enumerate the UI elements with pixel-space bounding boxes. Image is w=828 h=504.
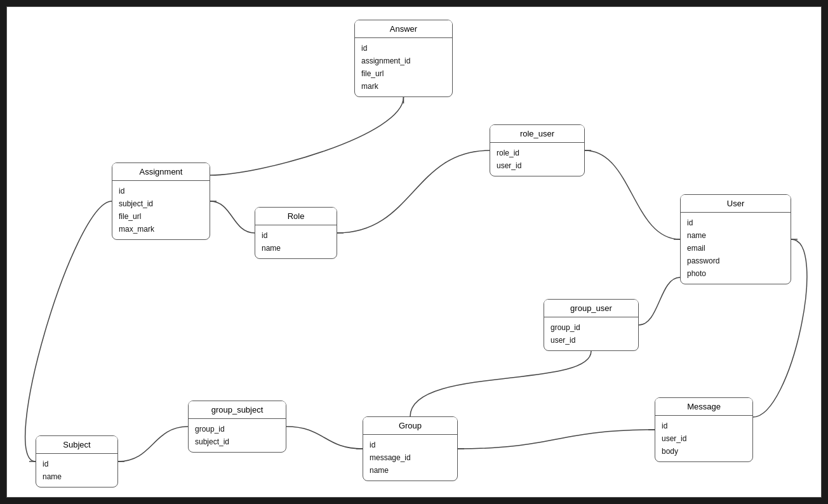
table-body-assignment: idsubject_idfile_urlmax_mark — [112, 181, 210, 239]
table-role_user: role_userrole_iduser_id — [490, 124, 585, 176]
table-body-role: idname — [255, 225, 337, 258]
table-group_user: group_usergroup_iduser_id — [544, 299, 639, 351]
table-body-role_user: role_iduser_id — [490, 143, 584, 176]
er-diagram-canvas: Answeridassignment_idfile_urlmarkAssignm… — [6, 6, 822, 498]
table-body-group_user: group_iduser_id — [544, 317, 638, 350]
field-answer-assignment_id: assignment_id — [361, 55, 446, 67]
table-header-assignment: Assignment — [112, 163, 210, 181]
field-subject-id: id — [43, 458, 111, 470]
field-group-message_id: message_id — [370, 451, 451, 464]
field-answer-id: id — [361, 42, 446, 55]
field-assignment-subject_id: subject_id — [119, 197, 203, 210]
table-header-role: Role — [255, 208, 337, 225]
table-message: Messageiduser_idbody — [655, 397, 753, 462]
table-header-group_subject: group_subject — [189, 401, 286, 419]
field-role-name: name — [262, 242, 330, 255]
table-header-message: Message — [655, 398, 752, 416]
table-header-role_user: role_user — [490, 125, 584, 143]
table-body-message: iduser_idbody — [655, 416, 752, 461]
field-role_user-user_id: user_id — [497, 159, 578, 172]
field-assignment-max_mark: max_mark — [119, 223, 203, 235]
field-subject-name: name — [43, 470, 111, 483]
table-header-subject: Subject — [36, 436, 117, 454]
field-role_user-role_id: role_id — [497, 147, 578, 159]
table-header-group: Group — [363, 417, 457, 435]
table-body-user: idnameemailpasswordphoto — [681, 213, 791, 284]
table-group_subject: group_subjectgroup_idsubject_id — [188, 401, 286, 453]
table-body-group_subject: group_idsubject_id — [189, 419, 286, 452]
field-answer-file_url: file_url — [361, 67, 446, 80]
table-role: Roleidname — [255, 207, 337, 259]
field-user-name: name — [687, 229, 784, 242]
table-header-user: User — [681, 195, 791, 213]
table-assignment: Assignmentidsubject_idfile_urlmax_mark — [112, 162, 210, 240]
table-header-answer: Answer — [355, 20, 452, 38]
field-group_subject-subject_id: subject_id — [195, 435, 279, 448]
table-answer: Answeridassignment_idfile_urlmark — [354, 20, 453, 97]
field-message-body: body — [662, 445, 746, 458]
field-user-id: id — [687, 216, 784, 229]
table-body-group: idmessage_idname — [363, 435, 457, 481]
field-assignment-id: id — [119, 185, 203, 197]
table-group: Groupidmessage_idname — [363, 416, 458, 481]
field-group_subject-group_id: group_id — [195, 423, 279, 435]
field-message-user_id: user_id — [662, 432, 746, 445]
field-user-email: email — [687, 242, 784, 255]
field-assignment-file_url: file_url — [119, 210, 203, 223]
field-message-id: id — [662, 420, 746, 432]
field-role-id: id — [262, 229, 330, 242]
field-user-photo: photo — [687, 267, 784, 280]
field-answer-mark: mark — [361, 80, 446, 93]
field-group_user-group_id: group_id — [551, 321, 632, 334]
field-group-name: name — [370, 464, 451, 477]
field-user-password: password — [687, 255, 784, 267]
table-subject: Subjectidname — [36, 435, 118, 487]
table-body-subject: idname — [36, 454, 117, 487]
table-header-group_user: group_user — [544, 300, 638, 317]
field-group_user-user_id: user_id — [551, 334, 632, 347]
table-body-answer: idassignment_idfile_urlmark — [355, 38, 452, 96]
field-group-id: id — [370, 439, 451, 451]
table-user: Useridnameemailpasswordphoto — [680, 194, 791, 284]
